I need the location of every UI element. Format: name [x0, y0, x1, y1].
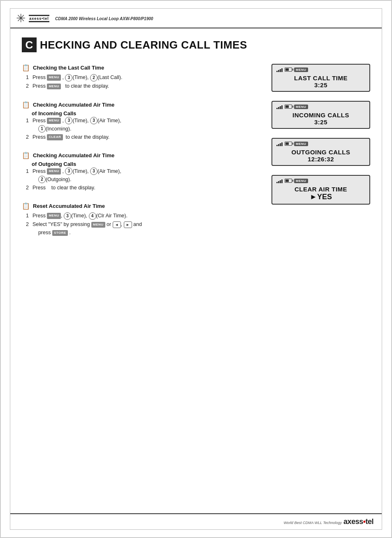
section-4-title: Reset Accumulated Air Time — [33, 203, 105, 209]
section-2-subtitle: of Incoming Calls — [22, 110, 258, 116]
screen-4-value: ►YES — [276, 193, 365, 201]
key-3d: 3 — [65, 168, 72, 175]
step-4-1: 1 Press MENU, 3(Time), 4(Clr Air Time). — [26, 212, 258, 220]
bar-4 — [281, 68, 283, 72]
screen-1-title: LAST CALL TIME — [276, 75, 365, 82]
bat-fill-1 — [285, 68, 289, 71]
step-4-2: 2 Select "YES" by pressing MENU or ◄, ► … — [26, 220, 258, 237]
screen-1-value: 3:25 — [276, 82, 365, 89]
key-1: 1 — [38, 125, 46, 133]
section-title-outgoing: 📋 Checking Accumulated Air Time — [22, 151, 258, 159]
footer: World Best CDMA WLL Technology axess•tel — [10, 513, 382, 529]
header-subtitle: CDMA 2000 Wireless Local Loop AXW-P800/P… — [55, 16, 153, 21]
section-title-reset: 📋 Reset Accumulated Air Time — [22, 202, 258, 210]
screen-2-status: MENU — [276, 104, 308, 109]
bar-1b — [276, 108, 278, 109]
book-icon-1: 📋 — [22, 64, 30, 72]
battery-icon-4 — [285, 179, 292, 183]
book-icon-4: 📋 — [22, 202, 30, 210]
step-1-2: 2 Press MENU to clear the display. — [26, 82, 258, 91]
key-3f: 3 — [64, 212, 71, 220]
screen-1-status: MENU — [276, 67, 308, 72]
key-3c: 3 — [90, 117, 97, 124]
screen-4-status: MENU — [276, 178, 308, 183]
menu-button-ref-2: MENU — [47, 84, 61, 90]
logo-symbol: ✳ — [16, 13, 26, 24]
bar-2d — [278, 181, 279, 183]
bat-fill-2 — [285, 105, 289, 108]
menu-button-ref: MENU — [47, 75, 61, 81]
section-2-steps: 1 Press MENU , 3(Time), 3(Air Time), 1(I… — [22, 116, 258, 142]
section-2-title: Checking Accumulated Air Time — [33, 102, 114, 108]
footer-world-best: World Best CDMA WLL Technology — [283, 521, 342, 525]
bar-3b — [280, 106, 281, 109]
bar-3d — [280, 180, 281, 183]
step-3-2: 2 Press to clear the display. — [26, 184, 258, 192]
signal-bars-4 — [276, 178, 283, 183]
screens-column: MENU LAST CALL TIME 3:25 — [271, 64, 370, 205]
screen-3-title: OUTGOING CALLS — [276, 149, 365, 156]
header: ✳ axess•tel CDMA 2000 Wireless Local Loo… — [10, 9, 382, 28]
footer-dot: • — [363, 517, 366, 526]
screen-3-value: 12:26:32 — [276, 156, 365, 163]
store-btn: STORE — [52, 230, 68, 236]
screen-4-title: CLEAR AIR TIME — [276, 186, 365, 193]
title-letter: C — [22, 37, 37, 52]
logo-axess: axess•tel — [29, 14, 49, 23]
section-1-steps: 1 Press MENU , 3(Time), 2(Last Call). 2 … — [22, 73, 258, 91]
menu-btn-4: MENU — [47, 168, 61, 175]
bar-3c — [280, 143, 281, 146]
section-1-title: Checking the Last Call Time — [33, 65, 104, 71]
section-3-subtitle: of Outgoing Calls — [22, 161, 258, 167]
section-incoming: 📋 Checking Accumulated Air Time of Incom… — [22, 101, 258, 142]
main-content: C HECKING AND CLEARING CALL TIMES 📋 Chec… — [10, 28, 382, 246]
step-1-1: 1 Press MENU , 3(Time), 2(Last Call). — [26, 73, 258, 82]
section-last-call: 📋 Checking the Last Call Time 1 Press ME… — [22, 64, 258, 91]
nav-left-btn: ◄ — [113, 221, 121, 228]
section-outgoing: 📋 Checking Accumulated Air Time of Outgo… — [22, 151, 258, 192]
bar-2b — [278, 107, 279, 109]
clear-btn: CLEAR — [47, 134, 63, 140]
screen-2-title: INCOMING CALLS — [276, 112, 365, 119]
section-3-title: Checking Accumulated Air Time — [33, 152, 114, 158]
screen-menu-badge-3: MENU — [294, 142, 308, 146]
screen-3-status: MENU — [276, 141, 308, 146]
key-2b: 2 — [38, 176, 46, 183]
page-container: ✳ axess•tel CDMA 2000 Wireless Local Loo… — [10, 8, 382, 530]
bar-2 — [278, 70, 279, 72]
footer-brand: World Best CDMA WLL Technology axess•tel — [283, 517, 373, 526]
section-title-incoming: 📋 Checking Accumulated Air Time — [22, 101, 258, 109]
menu-btn-6: MENU — [91, 222, 105, 228]
screen-menu-badge-2: MENU — [294, 105, 308, 109]
bar-4c — [281, 142, 283, 146]
section-3-steps: 1 Press MENU , 3(Time), 3(Air Time), 2(O… — [22, 167, 258, 192]
logo-area: ✳ axess•tel — [16, 13, 49, 24]
step-3-1: 1 Press MENU , 3(Time), 3(Air Time), 2(O… — [26, 167, 258, 184]
signal-bars-1 — [276, 67, 283, 72]
screen-menu-badge-1: MENU — [294, 68, 308, 72]
key-3b: 3 — [65, 117, 72, 124]
menu-btn-5: MENU — [47, 213, 61, 219]
battery-icon-3 — [285, 142, 292, 146]
screen-clear-air: MENU CLEAR AIR TIME ►YES — [271, 175, 370, 205]
nav-right-btn: ► — [124, 221, 132, 228]
key-2: 2 — [90, 74, 97, 82]
bar-4b — [281, 105, 283, 109]
bar-1 — [276, 71, 278, 72]
bat-fill-3 — [285, 142, 289, 145]
section-title-last-call: 📋 Checking the Last Call Time — [22, 64, 258, 72]
key-4: 4 — [89, 212, 96, 220]
battery-icon-2 — [285, 105, 292, 109]
book-icon-3: 📋 — [22, 151, 30, 159]
step-2-2: 2 Press CLEAR to clear the display. — [26, 133, 258, 142]
instructions-column: 📋 Checking the Last Call Time 1 Press ME… — [22, 64, 258, 237]
two-col-layout: 📋 Checking the Last Call Time 1 Press ME… — [22, 64, 370, 237]
signal-bars-3 — [276, 141, 283, 146]
screen-last-call: MENU LAST CALL TIME 3:25 — [271, 64, 370, 92]
bar-2c — [278, 144, 279, 146]
screen-2-value: 3:25 — [276, 119, 365, 126]
title-bar: C HECKING AND CLEARING CALL TIMES — [22, 37, 370, 52]
book-icon-2: 📋 — [22, 101, 30, 109]
battery-icon-1 — [285, 68, 292, 72]
key-3e: 3 — [90, 168, 97, 175]
